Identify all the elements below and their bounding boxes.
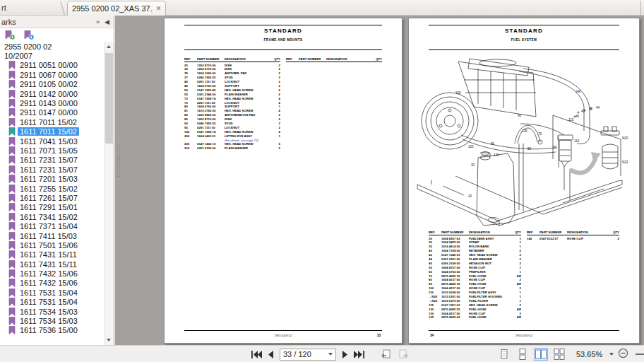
add-child-bookmark-button[interactable] xyxy=(24,30,35,40)
next-page-button[interactable] xyxy=(342,351,348,358)
tree-item[interactable]: 1611 7431 15/11 xyxy=(0,250,104,259)
scroll-up-button[interactable] xyxy=(105,42,114,52)
tree-item[interactable]: 2911 0051 00/00 xyxy=(0,61,104,70)
tree-item[interactable]: 1611 7255 15/02 xyxy=(0,184,104,193)
document-tab[interactable]: 2955 0200 02_XAS 37... × xyxy=(67,1,166,16)
tree-item[interactable]: 2911 0105 00/02 xyxy=(0,80,104,89)
bookmark-icon xyxy=(8,194,16,202)
tab-close-icon[interactable]: × xyxy=(156,5,161,12)
header-rule xyxy=(184,49,382,50)
svg-text:60: 60 xyxy=(553,146,557,149)
svg-text:40: 40 xyxy=(581,110,585,113)
tree-item[interactable]: 1611 7431 15/11 xyxy=(0,259,104,269)
previous-view-button[interactable] xyxy=(381,349,392,359)
table-row: 135 0875 4025 43 FUEL HOSE AR xyxy=(429,315,521,320)
tab-divider xyxy=(60,1,65,15)
tree-item[interactable]: 2911 0143 00/00 xyxy=(0,98,104,107)
bookmark-icon xyxy=(8,203,16,211)
bookmarks-toolbar xyxy=(0,28,114,42)
panel-title: arks xyxy=(1,18,91,26)
scroll-thumb[interactable] xyxy=(105,53,113,144)
exploded-view-arrow xyxy=(571,159,595,173)
tabbar-edge xyxy=(640,1,641,15)
table-header: REF PART NUMBER DESIGNATION QTY xyxy=(429,230,521,235)
tree-item[interactable]: 1611 7531 15/04 xyxy=(0,298,104,307)
svg-text:N23: N23 xyxy=(622,160,628,164)
tree-item[interactable]: 1611 7534 15/03 xyxy=(0,307,104,316)
tree-item[interactable]: 1611 7534 15/03 xyxy=(0,316,104,325)
table-header: REF PART NUMBER DESIGNATION QTY xyxy=(527,230,619,235)
tree-item[interactable]: 1611 7071 15/05 xyxy=(0,146,104,155)
expand-panels-icon[interactable]: » xyxy=(96,18,100,25)
svg-text:100: 100 xyxy=(455,91,461,95)
bookmark-icon xyxy=(8,308,16,316)
single-page-icon[interactable] xyxy=(497,348,511,361)
add-bookmark-button[interactable] xyxy=(5,30,16,40)
tree-item[interactable]: 1611 7501 15/06 xyxy=(0,240,104,250)
zoom-slider[interactable] xyxy=(636,354,644,355)
zoom-dropdown-caret-icon[interactable] xyxy=(609,353,614,356)
tree-item[interactable]: 2911 0147 00/00 xyxy=(0,108,104,117)
tree-item[interactable]: 1611 7341 15/02 xyxy=(0,212,104,221)
bookmark-icon xyxy=(8,175,16,183)
zoom-out-button[interactable] xyxy=(618,348,628,361)
bookmark-icon xyxy=(8,90,16,98)
tree-item[interactable]: 1611 7231 15/07 xyxy=(0,156,104,165)
tree-item[interactable]: 1611 7011 15/02 xyxy=(0,127,104,136)
continuous-page-icon[interactable] xyxy=(515,348,530,361)
bookmark-tree: 2955 0200 02 10/2007 2911 0051 00/00 291… xyxy=(0,42,104,345)
facing-page-icon[interactable] xyxy=(534,348,548,361)
bookmark-icon xyxy=(8,61,16,69)
svg-text:42: 42 xyxy=(589,107,593,111)
svg-text:80: 80 xyxy=(491,142,495,146)
tree-root-item[interactable]: 2955 0200 02 xyxy=(0,42,104,51)
svg-text:140: 140 xyxy=(576,90,581,93)
next-view-button[interactable] xyxy=(398,349,408,359)
bookmark-icon xyxy=(8,137,16,146)
footer-doc-number: 2955 0200 02 xyxy=(165,334,402,337)
bookmark-icon xyxy=(8,80,16,88)
bookmark-icon xyxy=(8,222,16,230)
collapse-panel-icon[interactable]: ◀ xyxy=(105,18,109,25)
tree-item[interactable]: 1611 7231 15/07 xyxy=(0,165,104,174)
tree-date-item[interactable]: 10/2007 xyxy=(0,51,104,60)
tree-item[interactable]: 1611 7371 15/04 xyxy=(0,221,104,230)
bookmark-icon xyxy=(8,165,16,174)
last-page-button[interactable] xyxy=(354,351,364,358)
page-subtitle: FUEL SYSTEM xyxy=(409,38,639,42)
tree-item[interactable]: 1611 7011 15/02 xyxy=(0,117,104,127)
scroll-down-button[interactable] xyxy=(105,335,114,345)
svg-text:50: 50 xyxy=(527,147,532,151)
tree-item[interactable]: 1611 7432 15/06 xyxy=(0,279,104,288)
continuous-facing-icon[interactable] xyxy=(552,348,566,361)
table-row: 210 0301 2339 00 PLAIN WASHER 5 xyxy=(184,146,280,151)
page-number: 33 xyxy=(377,334,381,337)
tree-item[interactable]: 1611 7201 15/03 xyxy=(0,174,104,183)
tree-item[interactable]: 2911 0142 00/00 xyxy=(0,89,104,98)
document-tab-label: 2955 0200 02_XAS 37... xyxy=(72,4,153,13)
status-bar: 33 / 120 53.65% xyxy=(0,345,644,362)
header-rule xyxy=(184,25,382,25)
footer-rule xyxy=(184,330,382,331)
tree-item[interactable]: 1611 7531 15/04 xyxy=(0,288,104,297)
fuel-diagram: 1001409011540424446701355060110801201303… xyxy=(415,52,635,228)
tree-item[interactable]: 2911 0067 00/00 xyxy=(0,70,104,79)
tree-item[interactable]: 1611 7411 15/03 xyxy=(0,231,104,240)
panel-resize-grip[interactable] xyxy=(117,146,121,178)
partial-tab[interactable]: rt xyxy=(0,0,61,16)
first-page-button[interactable] xyxy=(251,351,262,358)
prev-page-button[interactable] xyxy=(268,351,274,358)
sidebar-scrollbar[interactable] xyxy=(104,42,114,345)
tree-item[interactable]: 1611 7432 15/06 xyxy=(0,269,104,278)
tree-item[interactable]: 1611 7536 15/00 xyxy=(0,326,104,335)
page-number-caret-icon[interactable] xyxy=(328,353,333,356)
tree-item[interactable]: 1611 7291 15/01 xyxy=(0,203,104,212)
page-number-box[interactable]: 33 / 120 xyxy=(280,349,336,361)
bookmark-icon xyxy=(8,127,16,136)
tree-item[interactable]: 1611 7041 15/03 xyxy=(0,136,104,146)
tree-item[interactable]: 1611 7261 15/07 xyxy=(0,193,104,202)
page-number-value: 33 / 120 xyxy=(283,350,328,358)
bookmark-icon xyxy=(8,269,16,278)
zoom-percent[interactable]: 53.65% xyxy=(576,350,602,358)
pdf-page-right: STANDARD FUEL SYSTEM xyxy=(408,18,640,344)
